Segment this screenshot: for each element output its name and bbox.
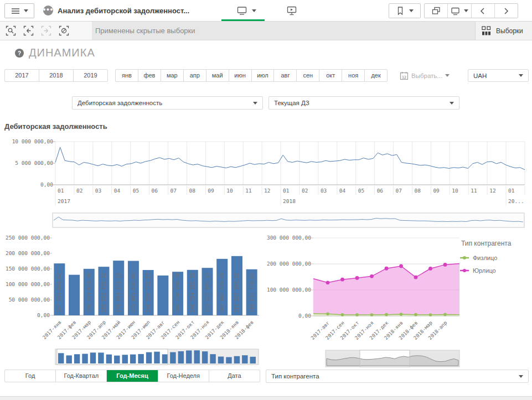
hidden-selections-message: Применены скрытые выборки — [95, 22, 195, 40]
svg-text:146 358 742,07: 146 358 742,07 — [146, 273, 151, 313]
data-point[interactable] — [414, 276, 418, 279]
svg-text:153 225 985,37: 153 225 985,37 — [205, 273, 210, 313]
svg-text:176 584 372,19: 176 584 372,19 — [116, 273, 121, 313]
svg-text:148 635 778,02: 148 635 778,02 — [249, 273, 255, 313]
svg-text:01: 01 — [283, 188, 290, 194]
measure-dropdown[interactable]: Дебиторская задолженность — [72, 96, 263, 110]
svg-text:182 402 729,29: 182 402 729,29 — [219, 273, 225, 313]
step-back-icon[interactable] — [23, 25, 34, 36]
receivables-daily-line-chart[interactable]: 10 000 000,005 000 000,000,0001020304050… — [4, 137, 528, 229]
legend-item-Физлицо[interactable]: Физлицо — [473, 254, 497, 261]
data-point[interactable] — [340, 278, 344, 282]
data-point[interactable] — [443, 263, 447, 267]
month-cell-янв[interactable]: янв — [116, 70, 138, 81]
svg-text:04: 04 — [339, 188, 346, 194]
data-point[interactable] — [428, 267, 432, 271]
tab-Дата[interactable]: Дата — [209, 370, 260, 382]
step-forward-icon[interactable] — [41, 25, 51, 36]
clear-selections-icon[interactable] — [59, 25, 69, 36]
app-thumbnail-icon[interactable]: ●●● — [43, 6, 53, 15]
data-point[interactable] — [385, 313, 388, 316]
svg-text:01: 01 — [508, 188, 515, 194]
duplicate-sheet-button[interactable] — [425, 4, 448, 18]
year-cell-2017[interactable]: 2017 — [5, 70, 39, 81]
month-cell-фев[interactable]: фев — [138, 70, 161, 81]
svg-text:250 000 000,00: 250 000 000,00 — [6, 235, 50, 241]
data-point[interactable] — [429, 313, 432, 316]
svg-text:01: 01 — [58, 188, 64, 194]
month-cell-авг[interactable]: авг — [274, 70, 297, 81]
svg-text:146 784 385,39: 146 784 385,39 — [190, 273, 195, 313]
smart-search-icon[interactable] — [6, 25, 16, 36]
month-cell-май[interactable]: май — [206, 70, 229, 81]
data-point[interactable] — [326, 280, 330, 284]
svg-text:03: 03 — [95, 188, 101, 194]
year-cell-2019[interactable]: 2019 — [74, 70, 107, 81]
svg-text:0,00: 0,00 — [40, 181, 53, 188]
month-cell-июн[interactable]: июн — [229, 70, 252, 81]
chevron-right-icon — [502, 7, 510, 15]
next-sheet-button[interactable] — [495, 4, 518, 18]
tab-Год-Квартал[interactable]: Год-Квартал — [56, 370, 107, 382]
presentation-mode-button[interactable] — [283, 4, 300, 17]
data-point[interactable] — [355, 276, 359, 280]
global-menu-button[interactable] — [4, 3, 34, 18]
tab-Год[interactable]: Год — [5, 370, 56, 382]
tab-Год-Неделя[interactable]: Год-Неделя — [158, 370, 209, 382]
legend-item-Юрлицо[interactable]: Юрлицо — [473, 267, 496, 274]
currency-dropdown[interactable]: UAH — [468, 69, 529, 82]
previous-sheet-button[interactable] — [472, 4, 495, 18]
month-filter: янвфевмарапрмайиюниюлавгсеноктноядек — [115, 69, 388, 82]
data-point[interactable] — [355, 313, 359, 316]
date-picker-button[interactable]: 12 Выбрать... — [400, 69, 457, 82]
line-series[interactable] — [55, 147, 525, 170]
year-cell-2018[interactable]: 2018 — [39, 70, 74, 81]
data-point[interactable] — [326, 312, 329, 315]
submeasure-value: Текущая ДЗ — [274, 100, 309, 106]
hamburger-icon — [11, 7, 20, 15]
svg-text:09: 09 — [208, 188, 214, 194]
sheet-selector-button[interactable] — [229, 4, 264, 17]
svg-text:2018: 2018 — [283, 198, 296, 204]
data-point[interactable] — [370, 313, 374, 316]
chevron-down-icon — [24, 9, 28, 12]
month-cell-дек[interactable]: дек — [365, 70, 387, 81]
month-cell-сен[interactable]: сен — [297, 70, 319, 81]
bar-2017-фев[interactable] — [69, 275, 80, 315]
month-cell-мар[interactable]: мар — [161, 70, 184, 81]
data-point[interactable] — [443, 313, 447, 316]
help-icon[interactable]: ? — [15, 49, 24, 58]
svg-text:2017: 2017 — [58, 198, 70, 204]
data-point[interactable] — [341, 313, 344, 316]
tab-Год-Месяц[interactable]: Год-Месяц — [107, 370, 158, 382]
legend-title: Тип контрагента — [461, 240, 512, 247]
chevron-down-icon — [252, 9, 256, 12]
contractor-type-dropdown[interactable]: Тип контрагента — [266, 370, 529, 383]
svg-text:12: 12 — [402, 75, 406, 79]
month-cell-июл[interactable]: июл — [252, 70, 275, 81]
data-point[interactable] — [400, 313, 403, 316]
chevron-down-icon — [445, 74, 450, 77]
data-point[interactable] — [399, 264, 403, 268]
svg-text:156 823 439,42: 156 823 439,42 — [101, 273, 107, 313]
svg-text:11: 11 — [471, 188, 477, 194]
svg-text:02: 02 — [76, 188, 82, 194]
selections-tool-button[interactable]: Выборки — [475, 22, 532, 40]
selections-label: Выборки — [496, 27, 523, 35]
svg-text:167 593 884,02: 167 593 884,02 — [56, 273, 62, 313]
sheet-view-dropdown[interactable] — [448, 4, 471, 18]
month-cell-ноя[interactable]: ноя — [342, 70, 365, 81]
data-point[interactable] — [370, 274, 374, 278]
receivables-by-contractor-area-chart[interactable]: 300 000 000,00200 000 000,00100 000 000,… — [265, 232, 532, 368]
month-cell-апр[interactable]: апр — [184, 70, 206, 81]
submeasure-dropdown[interactable]: Текущая ДЗ — [268, 96, 459, 110]
data-point[interactable] — [414, 313, 417, 316]
svg-text:0,00: 0,00 — [37, 312, 50, 318]
bar-2017-авг[interactable] — [157, 276, 168, 315]
bookmarks-button[interactable] — [389, 3, 421, 18]
month-cell-окт[interactable]: окт — [319, 70, 342, 81]
svg-text:12: 12 — [489, 188, 495, 194]
receivables-monthly-bar-chart[interactable]: 250 000 000,00200 000 000,00150 000 000,… — [4, 232, 262, 368]
svg-text:10 000 000,00: 10 000 000,00 — [12, 138, 54, 144]
data-point[interactable] — [385, 267, 389, 271]
